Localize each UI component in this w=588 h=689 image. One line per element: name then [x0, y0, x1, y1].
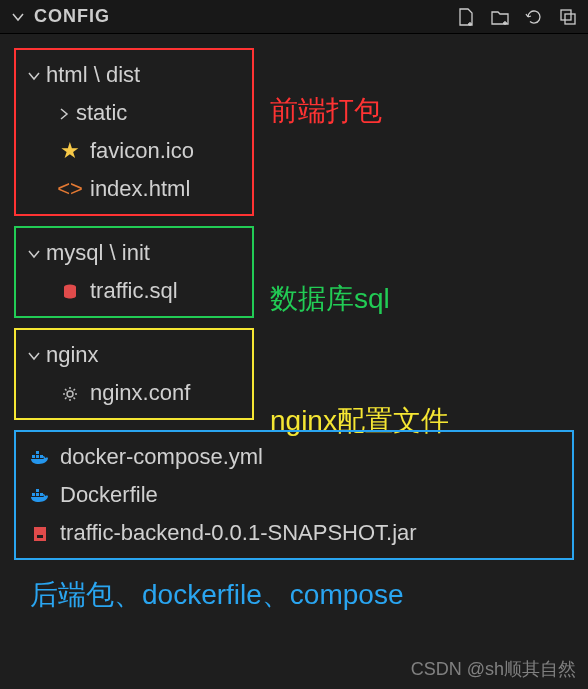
- svg-rect-13: [37, 535, 43, 538]
- chevron-down-icon: [26, 342, 46, 368]
- file-dockerfile[interactable]: Dockerfile: [16, 476, 572, 514]
- file-traffic-sql[interactable]: traffic.sql: [16, 272, 252, 310]
- refresh-icon[interactable]: [524, 7, 544, 27]
- new-folder-icon[interactable]: [490, 7, 510, 27]
- group-mysql-init: mysql \ init traffic.sql: [14, 226, 254, 318]
- svg-rect-12: [34, 527, 46, 541]
- star-icon: ★: [56, 138, 84, 164]
- svg-rect-8: [32, 493, 35, 496]
- folder-html-dist[interactable]: html \ dist: [16, 56, 252, 94]
- annotation-frontend: 前端打包: [270, 92, 382, 130]
- group-html-dist: html \ dist static ★ favicon.ico <> inde…: [14, 48, 254, 216]
- database-icon: [56, 278, 84, 304]
- file-label: favicon.ico: [90, 138, 194, 164]
- annotation-sql: 数据库sql: [270, 280, 390, 318]
- folder-label: static: [76, 100, 127, 126]
- chevron-down-icon[interactable]: [10, 8, 26, 26]
- docker-icon: [26, 482, 54, 508]
- svg-rect-11: [36, 489, 39, 492]
- file-index-html[interactable]: <> index.html: [16, 170, 252, 208]
- folder-label: nginx: [46, 342, 99, 368]
- svg-rect-4: [32, 455, 35, 458]
- annotation-backend: 后端包、dockerfile、compose: [14, 570, 574, 620]
- chevron-down-icon: [26, 62, 46, 88]
- svg-rect-10: [40, 493, 43, 496]
- chevron-down-icon: [26, 240, 46, 266]
- file-jar[interactable]: traffic-backend-0.0.1-SNAPSHOT.jar: [16, 514, 572, 552]
- jar-icon: [26, 520, 54, 546]
- file-label: traffic-backend-0.0.1-SNAPSHOT.jar: [60, 520, 417, 546]
- file-docker-compose[interactable]: docker-compose.yml: [16, 438, 572, 476]
- svg-rect-9: [36, 493, 39, 496]
- svg-rect-1: [565, 14, 575, 24]
- file-label: index.html: [90, 176, 190, 202]
- watermark: CSDN @sh顺其自然: [411, 657, 576, 681]
- file-nginx-conf[interactable]: nginx.conf: [16, 374, 252, 412]
- folder-static[interactable]: static: [16, 94, 252, 132]
- file-favicon[interactable]: ★ favicon.ico: [16, 132, 252, 170]
- file-label: docker-compose.yml: [60, 444, 263, 470]
- folder-nginx[interactable]: nginx: [16, 336, 252, 374]
- file-label: traffic.sql: [90, 278, 178, 304]
- new-file-icon[interactable]: [456, 7, 476, 27]
- folder-label: mysql \ init: [46, 240, 150, 266]
- chevron-right-icon: [56, 100, 76, 126]
- group-nginx: nginx nginx.conf: [14, 328, 254, 420]
- file-label: Dockerfile: [60, 482, 158, 508]
- folder-label: html \ dist: [46, 62, 140, 88]
- code-icon: <>: [56, 176, 84, 202]
- docker-icon: [26, 444, 54, 470]
- svg-rect-5: [36, 455, 39, 458]
- file-tree: html \ dist static ★ favicon.ico <> inde…: [0, 34, 588, 630]
- gear-icon: [56, 380, 84, 406]
- panel-title: CONFIG: [34, 6, 456, 27]
- svg-rect-6: [40, 455, 43, 458]
- header-actions: [456, 7, 578, 27]
- svg-rect-0: [561, 10, 571, 20]
- file-label: nginx.conf: [90, 380, 190, 406]
- explorer-header: CONFIG: [0, 0, 588, 34]
- svg-point-3: [67, 391, 73, 397]
- svg-rect-7: [36, 451, 39, 454]
- collapse-all-icon[interactable]: [558, 7, 578, 27]
- folder-mysql-init[interactable]: mysql \ init: [16, 234, 252, 272]
- group-root-files: docker-compose.yml Dockerfile traffic-ba…: [14, 430, 574, 560]
